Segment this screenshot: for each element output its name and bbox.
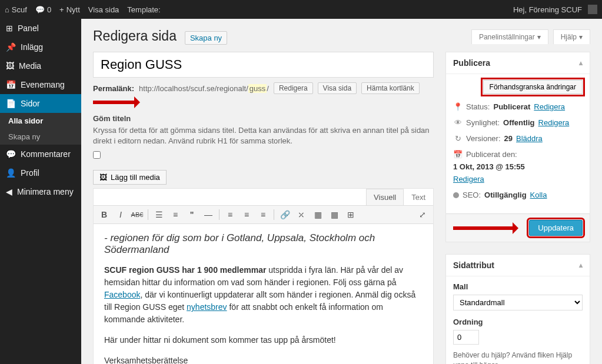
quote-button[interactable]: " [185, 208, 199, 221]
media-icon: 🖼 [99, 173, 107, 182]
home-icon: ⌂ [5, 5, 9, 14]
more-button[interactable]: ▦ [311, 208, 325, 221]
toggle-attributes-box[interactable]: ▴ [579, 261, 583, 269]
kitchen-sink-button[interactable]: ⊞ [344, 208, 358, 221]
editor-box: Visuell Text B I AB€ ☰ ≡ " — ≡ ≡ [93, 188, 434, 364]
bold-button[interactable]: B [97, 208, 111, 221]
page-attributes-box: Sidattribut▴ Mall Standardmall Ordning B… [445, 254, 590, 364]
table-button[interactable]: ▦ [327, 208, 341, 221]
edit-slug-button[interactable]: Redigera [274, 82, 313, 94]
view-page-button[interactable]: Visa sida [318, 82, 357, 94]
new-link[interactable]: +Nytt [59, 5, 80, 14]
annotation-arrow [93, 99, 146, 106]
site-link[interactable]: ⌂Scuf [5, 5, 27, 14]
template-select[interactable]: Standardmall [453, 295, 583, 310]
screen-options-tab[interactable]: Panelinställningar ▾ [471, 29, 548, 44]
hide-title-checkbox[interactable] [93, 151, 101, 159]
seo-check-link[interactable]: Kolla [530, 191, 547, 199]
hide-title-heading: Göm titeln [93, 114, 434, 123]
submenu-new-page[interactable]: Skapa ny [0, 129, 81, 145]
align-left-button[interactable]: ≡ [223, 208, 237, 221]
ul-button[interactable]: ☰ [152, 208, 166, 221]
menu-pages[interactable]: 📄Sidor [0, 94, 81, 113]
menu-profile[interactable]: 👤Profil [0, 163, 81, 182]
calendar-icon: 📅 [453, 150, 463, 159]
update-button[interactable]: Uppdatera [529, 220, 583, 236]
add-new-button[interactable]: Skapa ny [185, 31, 227, 45]
dashboard-icon: ⊞ [6, 24, 13, 33]
template-label: Mall [453, 282, 583, 291]
editor-content[interactable]: - regionen för dig som bor i Gotland, Up… [94, 224, 433, 364]
order-input[interactable] [453, 330, 479, 345]
comments-link[interactable]: 💬0 [35, 5, 51, 14]
strike-button[interactable]: AB€ [130, 208, 144, 221]
chevron-down-icon: ▾ [537, 33, 541, 41]
hide-title-desc: Kryssa för detta för att gömma sidans ti… [93, 125, 434, 146]
seo-dot-icon [453, 192, 459, 198]
tab-visual[interactable]: Visuell [366, 189, 404, 205]
chevron-down-icon: ▾ [579, 33, 583, 41]
publish-box-title: Publicera [453, 58, 490, 68]
edit-date-link[interactable]: Redigera [453, 175, 484, 183]
admin-sidebar: ⊞Panel 📌Inlägg 🖼Media 📅Evenemang 📄Sidor … [0, 19, 81, 364]
permalink-row: Permalänk: http://localhost/scuf.se/regi… [93, 82, 434, 106]
menu-collapse[interactable]: ◀Minimera meny [0, 182, 81, 201]
newsletter-link[interactable]: nyhetsbrev [187, 302, 227, 312]
align-center-button[interactable]: ≡ [240, 208, 254, 221]
pin-icon: 📍 [453, 102, 463, 111]
link-button[interactable]: 🔗 [278, 208, 292, 221]
history-icon: ↻ [453, 134, 463, 143]
submenu-all-pages[interactable]: Alla sidor [0, 113, 81, 129]
admin-topbar: ⌂Scuf 💬0 +Nytt Visa sida Template: Hej, … [0, 0, 602, 19]
lead-text: - regionen för dig som bor i Gotland, Up… [104, 232, 423, 256]
italic-button[interactable]: I [114, 208, 128, 221]
preview-changes-button[interactable]: Förhandsgranska ändringar [483, 80, 583, 94]
unlink-button[interactable]: ⤫ [294, 208, 308, 221]
attributes-help-text: Behöver du hjälp? Använd fliken Hjälp up… [453, 350, 583, 364]
publish-box: Publicera▴ Förhandsgranska ändringar 📍St… [445, 52, 590, 242]
browse-revisions-link[interactable]: Bläddra [516, 134, 543, 143]
greeting[interactable]: Hej, Förening SCUF [513, 5, 597, 14]
ol-button[interactable]: ≡ [168, 208, 182, 221]
eye-icon: 👁 [453, 118, 463, 127]
add-media-button[interactable]: 🖼Lägg till media [93, 170, 167, 185]
page-icon: 📄 [6, 99, 16, 108]
tab-text[interactable]: Text [404, 189, 433, 205]
main-content: Redigera sida Skapa ny Panelinställninga… [81, 19, 602, 364]
collapse-icon: ◀ [6, 187, 12, 196]
permalink-label: Permalänk: [93, 84, 134, 93]
calendar-icon: 📅 [6, 80, 16, 89]
menu-media[interactable]: 🖼Media [0, 56, 81, 75]
comment-icon: 💬 [6, 149, 16, 159]
edit-status-link[interactable]: Redigera [534, 102, 565, 111]
editor-toolbar: B I AB€ ☰ ≡ " — ≡ ≡ ≡ 🔗 ⤫ [94, 206, 433, 224]
pin-icon: 📌 [6, 42, 16, 52]
comment-icon: 💬 [35, 5, 45, 14]
menu-events[interactable]: 📅Evenemang [0, 75, 81, 94]
fullscreen-button[interactable]: ⤢ [415, 208, 430, 221]
menu-panel[interactable]: ⊞Panel [0, 19, 81, 38]
post-title-input[interactable] [93, 52, 434, 78]
hr-button[interactable]: — [201, 208, 215, 221]
permalink-url: http://localhost/scuf.se/regionalt/guss/ [139, 84, 269, 93]
edit-visibility-link[interactable]: Redigera [538, 118, 570, 127]
media-icon: 🖼 [6, 61, 14, 71]
get-shortlink-button[interactable]: Hämta kortlänk [361, 82, 420, 94]
pages-submenu: Alla sidor Skapa ny [0, 113, 81, 145]
permalink-slug: guss [248, 84, 267, 93]
menu-posts[interactable]: 📌Inlägg [0, 38, 81, 56]
annotation-arrow [453, 225, 524, 232]
facebook-link[interactable]: Facebook [104, 290, 140, 299]
order-label: Ordning [453, 318, 583, 326]
user-icon: 👤 [6, 168, 16, 178]
view-page-link[interactable]: Visa sida [88, 5, 119, 14]
menu-comments[interactable]: 💬Kommentarer [0, 145, 81, 163]
help-tab[interactable]: Hjälp ▾ [553, 29, 590, 44]
toggle-publish-box[interactable]: ▴ [579, 59, 583, 67]
align-right-button[interactable]: ≡ [256, 208, 270, 221]
page-title: Redigera sida [93, 28, 177, 44]
attributes-box-title: Sidattribut [453, 261, 494, 270]
template-label: Template: [127, 5, 160, 14]
plus-icon: + [59, 5, 64, 14]
avatar-icon [588, 5, 597, 14]
